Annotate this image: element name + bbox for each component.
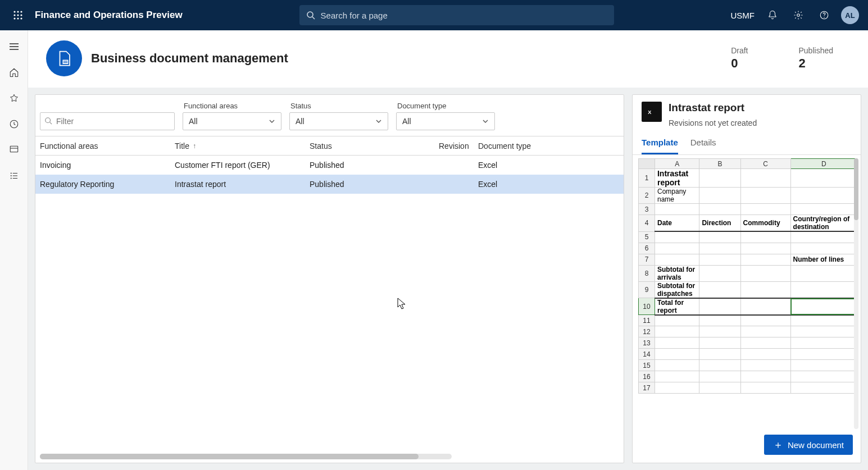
modules-button[interactable] bbox=[3, 166, 25, 185]
excel-cell[interactable] bbox=[740, 243, 790, 254]
excel-cell[interactable] bbox=[699, 382, 740, 394]
excel-cell[interactable] bbox=[740, 169, 790, 188]
avatar[interactable]: AL bbox=[841, 6, 859, 24]
notifications-button[interactable] bbox=[761, 4, 784, 26]
excel-cell[interactable] bbox=[655, 204, 699, 215]
col-revision[interactable]: Revision bbox=[439, 142, 478, 150]
excel-row-header[interactable]: 3 bbox=[639, 204, 655, 215]
app-launcher-button[interactable] bbox=[4, 0, 31, 30]
functional-areas-select[interactable]: All bbox=[183, 112, 281, 130]
excel-cell[interactable] bbox=[790, 204, 857, 215]
excel-cell[interactable] bbox=[699, 337, 740, 349]
excel-cell[interactable]: Intrastat report bbox=[655, 169, 699, 188]
excel-cell[interactable] bbox=[740, 349, 790, 360]
excel-cell[interactable] bbox=[790, 169, 857, 188]
excel-cell[interactable] bbox=[655, 349, 699, 360]
excel-cell[interactable]: Number of lines bbox=[790, 254, 857, 265]
excel-cell[interactable] bbox=[790, 231, 857, 243]
excel-cell[interactable] bbox=[790, 298, 857, 315]
excel-cell[interactable] bbox=[740, 371, 790, 382]
excel-cell[interactable] bbox=[699, 169, 740, 188]
excel-cell[interactable] bbox=[790, 371, 857, 382]
excel-col-header[interactable]: A bbox=[655, 159, 699, 169]
table-row[interactable]: InvoicingCustomer FTI report (GER)Publis… bbox=[35, 156, 624, 175]
excel-row-header[interactable]: 7 bbox=[639, 254, 655, 265]
excel-cell[interactable] bbox=[655, 337, 699, 349]
excel-cell[interactable]: Company name bbox=[655, 188, 699, 204]
col-functional-areas[interactable]: Functional areas bbox=[40, 142, 175, 150]
excel-cell[interactable]: Direction bbox=[699, 215, 740, 232]
excel-cell[interactable] bbox=[655, 382, 699, 394]
excel-row-header[interactable]: 4 bbox=[639, 215, 655, 232]
excel-cell[interactable] bbox=[655, 315, 699, 326]
excel-cell[interactable] bbox=[790, 349, 857, 360]
home-button[interactable] bbox=[3, 63, 25, 82]
excel-cell[interactable] bbox=[655, 326, 699, 337]
tab-template[interactable]: Template bbox=[642, 138, 678, 154]
excel-row-header[interactable]: 13 bbox=[639, 337, 655, 349]
scrollbar-thumb[interactable] bbox=[854, 158, 858, 220]
excel-cell[interactable] bbox=[740, 360, 790, 371]
excel-cell[interactable] bbox=[699, 204, 740, 215]
excel-cell[interactable]: Subtotal for dispatches bbox=[655, 281, 699, 298]
excel-row-header[interactable]: 14 bbox=[639, 349, 655, 360]
excel-row-header[interactable]: 10 bbox=[639, 298, 655, 315]
excel-cell[interactable] bbox=[655, 231, 699, 243]
excel-cell[interactable]: Date bbox=[655, 215, 699, 232]
excel-cell[interactable] bbox=[740, 204, 790, 215]
excel-col-header[interactable]: C bbox=[740, 159, 790, 169]
excel-cell[interactable] bbox=[740, 382, 790, 394]
entity-label[interactable]: USMF bbox=[730, 11, 755, 20]
filter-input[interactable] bbox=[40, 112, 175, 130]
excel-cell[interactable] bbox=[699, 281, 740, 298]
favorites-button[interactable] bbox=[3, 89, 25, 108]
excel-cell[interactable] bbox=[740, 281, 790, 298]
excel-cell[interactable] bbox=[790, 382, 857, 394]
col-title[interactable]: Title↑ bbox=[175, 142, 310, 150]
excel-row-header[interactable]: 5 bbox=[639, 231, 655, 243]
excel-col-header[interactable]: B bbox=[699, 159, 740, 169]
tab-details[interactable]: Details bbox=[690, 138, 716, 154]
excel-row-header[interactable]: 2 bbox=[639, 188, 655, 204]
horizontal-scrollbar[interactable] bbox=[40, 454, 452, 459]
vertical-scrollbar[interactable] bbox=[854, 158, 858, 429]
excel-cell[interactable] bbox=[790, 243, 857, 254]
scrollbar-thumb[interactable] bbox=[40, 454, 419, 459]
excel-cell[interactable] bbox=[790, 337, 857, 349]
excel-cell[interactable] bbox=[699, 231, 740, 243]
excel-cell[interactable] bbox=[699, 371, 740, 382]
excel-cell[interactable]: Commodity bbox=[740, 215, 790, 232]
excel-col-header[interactable]: D bbox=[790, 159, 857, 169]
excel-cell[interactable] bbox=[655, 371, 699, 382]
excel-cell[interactable] bbox=[740, 254, 790, 265]
excel-cell[interactable] bbox=[740, 337, 790, 349]
excel-cell[interactable] bbox=[655, 243, 699, 254]
status-select[interactable]: All bbox=[289, 112, 388, 130]
excel-cell[interactable] bbox=[699, 315, 740, 326]
excel-cell[interactable] bbox=[699, 265, 740, 281]
excel-row-header[interactable]: 11 bbox=[639, 315, 655, 326]
excel-cell[interactable] bbox=[790, 360, 857, 371]
excel-cell[interactable] bbox=[740, 298, 790, 315]
excel-row-header[interactable]: 17 bbox=[639, 382, 655, 394]
excel-cell[interactable] bbox=[790, 315, 857, 326]
col-doctype[interactable]: Document type bbox=[478, 142, 619, 150]
excel-row-header[interactable]: 15 bbox=[639, 360, 655, 371]
col-status[interactable]: Status bbox=[310, 142, 439, 150]
excel-cell[interactable] bbox=[740, 265, 790, 281]
excel-cell[interactable] bbox=[790, 326, 857, 337]
excel-row-header[interactable]: 16 bbox=[639, 371, 655, 382]
excel-cell[interactable] bbox=[740, 315, 790, 326]
expand-nav-button[interactable] bbox=[3, 37, 25, 56]
excel-cell[interactable] bbox=[655, 254, 699, 265]
workspaces-button[interactable] bbox=[3, 140, 25, 159]
excel-row-header[interactable]: 6 bbox=[639, 243, 655, 254]
excel-cell[interactable]: Country/region of destination bbox=[790, 215, 857, 232]
excel-cell[interactable] bbox=[790, 265, 857, 281]
excel-cell[interactable] bbox=[699, 360, 740, 371]
excel-cell[interactable] bbox=[790, 281, 857, 298]
excel-cell[interactable] bbox=[699, 188, 740, 204]
excel-cell[interactable] bbox=[699, 326, 740, 337]
excel-cell[interactable] bbox=[699, 349, 740, 360]
doctype-select[interactable]: All bbox=[396, 112, 495, 130]
